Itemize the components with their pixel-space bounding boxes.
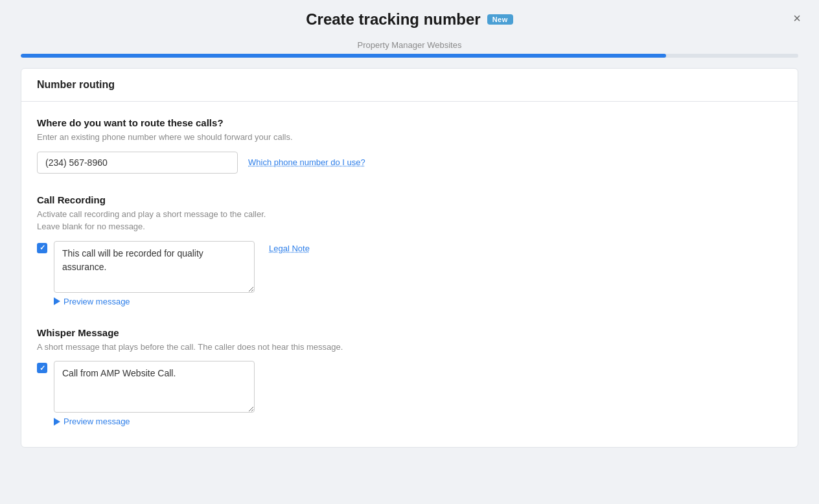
call-recording-group: Call Recording Activate call recording a… [37,194,782,306]
play-icon [54,297,60,305]
call-recording-textarea[interactable]: This call will be recorded for quality a… [54,241,255,293]
whisper-message-checkbox[interactable] [37,363,47,373]
call-recording-label: Call Recording [37,194,782,205]
phone-routing-description: Enter an existing phone number where we … [37,131,782,144]
modal-content: Number routing Where do you want to rout… [21,68,798,448]
whisper-message-input-row: Call from AMP Website Call. Preview mess… [37,361,782,426]
modal-header: Create tracking number New × [0,0,819,36]
whisper-message-label: Whisper Message [37,327,782,338]
progress-bar-fill [21,54,666,58]
whisper-message-textarea-wrapper: Call from AMP Website Call. Preview mess… [54,361,255,426]
phone-routing-input-row: Which phone number do I use? [37,152,782,174]
modal-overlay: Create tracking number New × Property Ma… [0,0,819,504]
progress-label: Property Manager Websites [358,40,462,50]
call-recording-input-row: This call will be recorded for quality a… [37,241,782,306]
section-body: Where do you want to route these calls? … [21,102,798,447]
which-phone-number-link[interactable]: Which phone number do I use? [248,157,365,167]
new-badge: New [487,14,513,25]
whisper-message-textarea[interactable]: Call from AMP Website Call. [54,361,255,413]
call-recording-description: Activate call recording and play a short… [37,208,782,233]
phone-routing-label: Where do you want to route these calls? [37,117,782,128]
whisper-message-preview-label: Preview message [63,417,130,426]
legal-note-link[interactable]: Legal Note [269,244,310,253]
section-title: Number routing [37,79,115,90]
call-recording-checkbox[interactable] [37,243,47,253]
modal-title: Create tracking number New [306,10,513,29]
whisper-message-group: Whisper Message A short message that pla… [37,327,782,427]
progress-section: Property Manager Websites [0,36,819,68]
call-recording-textarea-wrapper: This call will be recorded for quality a… [54,241,255,306]
play-icon-2 [54,418,60,426]
title-text: Create tracking number [306,10,480,29]
call-recording-preview-button[interactable]: Preview message [54,293,255,306]
whisper-message-preview-button[interactable]: Preview message [54,413,255,426]
call-recording-preview-label: Preview message [63,297,130,306]
phone-number-input[interactable] [37,152,238,174]
progress-bar-track [21,54,798,58]
whisper-message-description: A short message that plays before the ca… [37,341,782,354]
phone-routing-group: Where do you want to route these calls? … [37,117,782,174]
section-header: Number routing [21,69,798,102]
close-button[interactable]: × [790,9,803,27]
